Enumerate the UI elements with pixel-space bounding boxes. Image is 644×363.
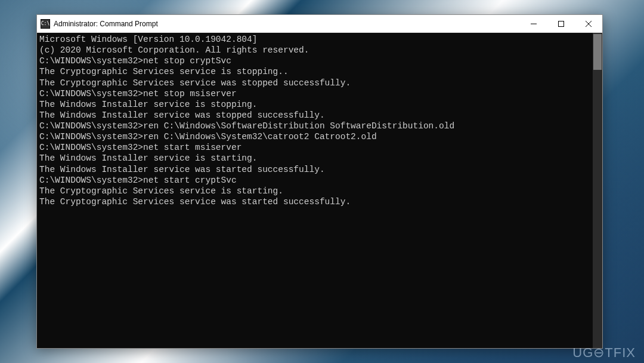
console-line: C:\WINDOWS\system32>net start cryptSvc: [39, 175, 600, 186]
console-line: The Windows Installer service was starte…: [39, 164, 600, 175]
console-area[interactable]: Microsoft Windows [Version 10.0.19042.80…: [37, 33, 602, 348]
console-line: C:\WINDOWS\system32>ren C:\Windows\Softw…: [39, 121, 600, 131]
svg-rect-1: [559, 21, 564, 26]
console-line: The Cryptographic Services service was s…: [39, 196, 600, 207]
minimize-button[interactable]: [520, 15, 547, 32]
console-line: C:\WINDOWS\system32>net stop cryptSvc: [39, 56, 600, 66]
console-line: The Cryptographic Services service is st…: [39, 66, 600, 77]
cmd-icon: C:\: [41, 19, 50, 29]
console-line: C:\WINDOWS\system32>net start msiserver: [39, 142, 600, 153]
scrollbar-thumb[interactable]: [593, 34, 602, 70]
console-line: (c) 2020 Microsoft Corporation. All righ…: [39, 45, 600, 56]
window-title: Administrator: Command Prompt: [54, 20, 520, 28]
console-line: The Windows Installer service is startin…: [39, 153, 600, 164]
console-line: The Windows Installer service is stoppin…: [39, 99, 600, 110]
console-line: The Windows Installer service was stoppe…: [39, 110, 600, 121]
maximize-button[interactable]: [547, 15, 575, 32]
titlebar[interactable]: C:\ Administrator: Command Prompt: [37, 15, 602, 33]
console-line: The Cryptographic Services service is st…: [39, 186, 600, 196]
console-line: Microsoft Windows [Version 10.0.19042.80…: [39, 34, 600, 45]
console-line: The Cryptographic Services service was s…: [39, 78, 600, 88]
console-line: C:\WINDOWS\system32>net stop msiserver: [39, 88, 600, 99]
watermark: UG⊖TFIX: [572, 345, 636, 361]
console-line: C:\WINDOWS\system32>ren C:\Windows\Syste…: [39, 131, 600, 142]
close-button[interactable]: [575, 15, 602, 32]
cmd-window: C:\ Administrator: Command Prompt Micros…: [36, 14, 603, 349]
window-controls: [520, 15, 602, 32]
scrollbar[interactable]: [593, 33, 602, 348]
